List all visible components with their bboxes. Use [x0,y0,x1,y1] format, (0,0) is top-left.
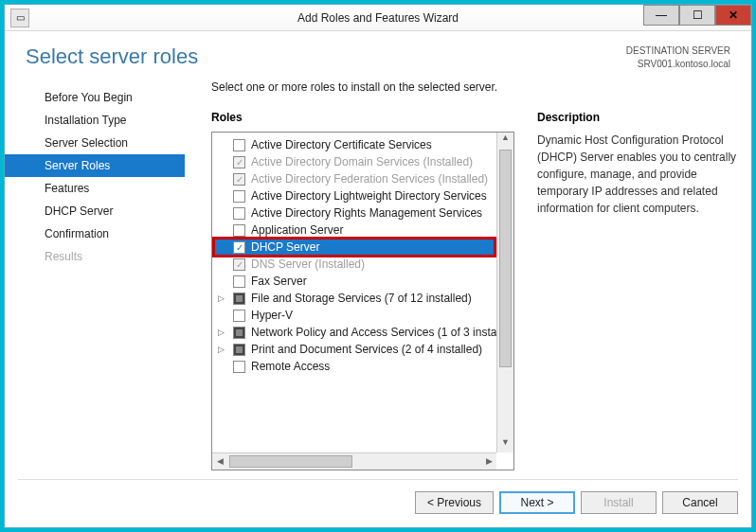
scroll-up-icon[interactable]: ▲ [497,133,513,148]
role-checkbox[interactable] [233,293,245,305]
role-row[interactable]: Active Directory Certificate Services [214,136,495,153]
role-label: Active Directory Rights Management Servi… [251,206,482,220]
role-row[interactable]: Remote Access [214,358,495,375]
footer: < Previous Next > Install Cancel [18,479,738,514]
instruction-text: Select one or more roles to install on t… [211,80,738,94]
role-checkbox: ✓ [233,258,245,271]
wizard-window: ▭ Add Roles and Features Wizard — ☐ ✕ Se… [4,4,752,528]
role-label: Remote Access [251,360,330,373]
role-row[interactable]: Application Server [214,222,495,239]
role-row[interactable]: ✓Active Directory Domain Services (Insta… [214,153,495,170]
role-checkbox[interactable] [233,139,245,151]
horizontal-scrollbar[interactable]: ◀ ▶ [212,452,496,470]
role-checkbox[interactable] [233,310,245,322]
expand-icon[interactable]: ▷ [218,328,225,337]
role-row[interactable]: ✓DNS Server (Installed) [214,256,495,273]
columns: Roles Active Directory Certificate Servi… [211,111,738,470]
expand-icon[interactable]: ▷ [218,293,225,303]
role-row[interactable]: ▷Network Policy and Access Services (1 o… [214,324,495,341]
scroll-down-icon[interactable]: ▼ [497,437,513,452]
role-checkbox[interactable] [233,207,245,220]
description-column: Description Dynamic Host Configuration P… [537,111,738,470]
destination-info: DESTINATION SERVER SRV001.kontoso.local [626,44,730,71]
role-checkbox: ✓ [233,173,245,186]
role-row[interactable]: ▷File and Storage Services (7 of 12 inst… [214,290,495,307]
role-row[interactable]: ✓DHCP Server [214,239,495,256]
next-button[interactable]: Next > [499,491,575,514]
window-title: Add Roles and Features Wizard [5,11,751,25]
role-checkbox[interactable] [233,344,245,356]
role-checkbox: ✓ [233,156,245,168]
window-buttons: — ☐ ✕ [643,5,751,26]
content: Select one or more roles to install on t… [185,80,738,470]
destination-label: DESTINATION SERVER [626,44,730,58]
scroll-thumb-horizontal[interactable] [229,455,352,468]
role-label: Print and Document Services (2 of 4 inst… [251,343,482,356]
nav-item-before-you-begin[interactable]: Before You Begin [5,86,185,109]
roles-listbox[interactable]: Active Directory Certificate Services✓Ac… [211,132,514,470]
roles-heading: Roles [211,111,514,124]
role-row[interactable]: Fax Server [214,273,495,290]
role-label: Active Directory Certificate Services [251,138,432,151]
nav-item-installation-type[interactable]: Installation Type [5,109,185,132]
close-button[interactable]: ✕ [715,5,751,26]
nav-item-server-selection[interactable]: Server Selection [5,132,185,154]
wizard-nav: Before You BeginInstallation TypeServer … [5,80,185,470]
role-label: Network Policy and Access Services (1 of… [251,326,496,339]
minimize-button[interactable]: — [643,5,679,26]
role-label: Fax Server [251,275,307,288]
nav-item-server-roles[interactable]: Server Roles [5,154,185,177]
body: Before You BeginInstallation TypeServer … [5,80,751,470]
role-label: DNS Server (Installed) [251,257,365,271]
nav-item-dhcp-server[interactable]: DHCP Server [5,200,185,222]
role-checkbox[interactable]: ✓ [233,241,245,254]
nav-item-features[interactable]: Features [5,177,185,200]
role-checkbox[interactable] [233,224,245,237]
nav-item-confirmation[interactable]: Confirmation [5,222,185,245]
role-label: DHCP Server [251,240,319,254]
description-heading: Description [537,111,738,124]
role-checkbox[interactable] [233,327,245,339]
role-label: Active Directory Domain Services (Instal… [251,155,473,168]
role-label: Application Server [251,223,343,237]
role-row[interactable]: Active Directory Lightweight Directory S… [214,187,495,204]
role-label: Hyper-V [251,309,293,322]
page-title: Select server roles [26,44,198,69]
description-text: Dynamic Host Configuration Protocol (DHC… [537,132,738,217]
install-button[interactable]: Install [581,491,657,514]
role-row[interactable]: ▷Print and Document Services (2 of 4 ins… [214,341,495,358]
header: Select server roles DESTINATION SERVER S… [5,31,751,80]
scroll-left-icon[interactable]: ◀ [212,453,227,470]
cancel-button[interactable]: Cancel [662,491,738,514]
roles-list: Active Directory Certificate Services✓Ac… [212,133,496,452]
role-label: Active Directory Lightweight Directory S… [251,189,487,203]
nav-item-results: Results [5,245,185,268]
scroll-right-icon[interactable]: ▶ [481,453,496,470]
role-label: Active Directory Federation Services (In… [251,172,488,186]
destination-server: SRV001.kontoso.local [626,58,730,71]
previous-button[interactable]: < Previous [415,491,494,514]
expand-icon[interactable]: ▷ [218,345,225,354]
role-checkbox[interactable] [233,275,245,288]
role-row[interactable]: ✓Active Directory Federation Services (I… [214,170,495,187]
role-checkbox[interactable] [233,361,245,373]
roles-column: Roles Active Directory Certificate Servi… [211,111,514,470]
role-row[interactable]: Active Directory Rights Management Servi… [214,204,495,222]
role-label: File and Storage Services (7 of 12 insta… [251,292,472,305]
maximize-button[interactable]: ☐ [679,5,715,26]
role-checkbox[interactable] [233,190,245,203]
titlebar: ▭ Add Roles and Features Wizard — ☐ ✕ [5,5,751,31]
role-row[interactable]: Hyper-V [214,307,495,324]
vertical-scrollbar[interactable]: ▲ ▼ [496,133,513,452]
scroll-thumb-vertical[interactable] [499,150,512,367]
